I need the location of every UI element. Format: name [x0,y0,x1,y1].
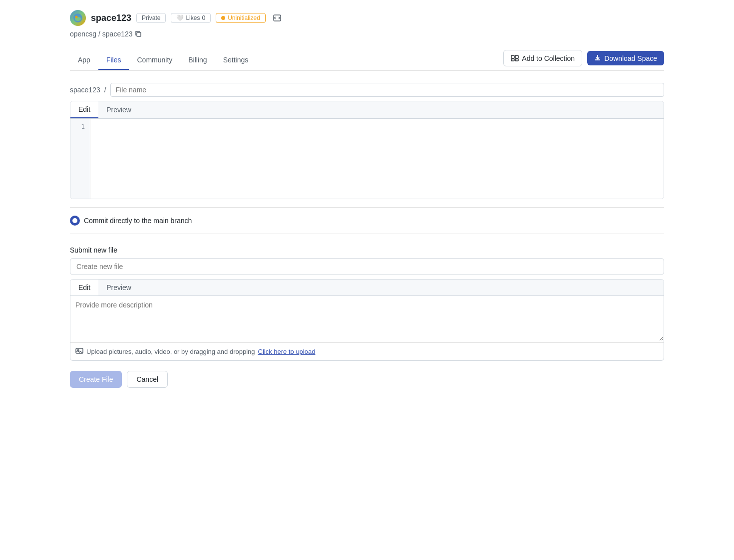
copy-icon[interactable] [135,30,142,37]
svg-point-2 [75,16,78,18]
line-number-1: 1 [75,123,85,130]
tab-settings[interactable]: Settings [215,51,257,70]
submit-tab-preview[interactable]: Preview [98,280,139,295]
space-avatar [70,10,86,26]
file-name-input[interactable] [110,83,664,97]
status-badge: Uninitialized [216,13,266,23]
heart-icon: 🤍 [176,14,184,21]
private-badge: Private [136,13,166,23]
submit-section: Submit new file Edit Preview Upload pict… [70,246,664,361]
file-path-separator: / [104,86,106,94]
upload-bar: Upload pictures, audio, video, or by dra… [70,342,664,360]
space-name: space123 [91,13,131,23]
editor-container: Edit Preview 1 [70,101,664,199]
submit-tab-edit[interactable]: Edit [70,280,98,295]
svg-rect-7 [511,59,514,61]
breadcrumb: opencsg / space123 [70,30,664,38]
likes-count: 0 [202,14,205,21]
status-dot [221,16,225,20]
svg-rect-6 [515,55,518,58]
svg-rect-5 [511,55,514,58]
tab-billing[interactable]: Billing [180,51,215,70]
submit-name-input[interactable] [70,258,664,275]
download-icon [594,54,601,62]
embed-icon-button[interactable] [271,11,284,24]
description-textarea[interactable] [70,296,664,341]
svg-rect-4 [137,32,141,36]
likes-badge: 🤍 Likes 0 [171,13,211,23]
editor-body: 1 [70,119,664,199]
editor-tab-edit[interactable]: Edit [70,101,98,118]
upload-text: Upload pictures, audio, video, or by dra… [86,348,255,355]
submit-section-label: Submit new file [70,246,664,254]
status-label: Uninitialized [228,14,260,21]
commit-icon [70,216,80,226]
add-to-collection-label: Add to Collection [522,54,575,62]
file-path-prefix: space123 [70,86,100,94]
submit-editor-container: Edit Preview Upload pictures, audio, vid… [70,279,664,361]
collection-icon [511,53,519,63]
nav-tabs: App Files Community Billing Settings [70,51,256,70]
tab-community[interactable]: Community [129,51,180,70]
action-buttons: Create File Cancel [70,371,664,388]
nav-bar: App Files Community Billing Settings Add… [70,50,664,71]
download-space-label: Download Space [604,54,657,62]
breadcrumb-repo[interactable]: space123 [102,30,133,38]
likes-label: Likes [186,14,200,21]
create-file-button[interactable]: Create File [70,371,122,388]
download-space-button[interactable]: Download Space [587,51,664,65]
add-to-collection-button[interactable]: Add to Collection [503,50,582,66]
file-path-row: space123 / [70,83,664,97]
tab-files[interactable]: Files [98,51,129,70]
editor-textarea[interactable] [90,119,664,199]
editor-tab-preview[interactable]: Preview [98,101,139,118]
svg-point-9 [72,218,77,223]
nav-actions: Add to Collection Download Space [503,50,664,70]
svg-rect-8 [515,59,518,61]
breadcrumb-org[interactable]: opencsg [70,30,96,38]
submit-editor-tabs: Edit Preview [70,280,664,296]
commit-section: Commit directly to the main branch [70,207,664,234]
editor-tabs: Edit Preview [70,101,664,119]
upload-icon [75,347,83,356]
tab-app[interactable]: App [70,51,98,70]
line-numbers: 1 [70,119,90,199]
commit-message: Commit directly to the main branch [84,217,192,225]
cancel-button[interactable]: Cancel [127,371,168,388]
upload-link[interactable]: Click here to upload [258,348,316,355]
breadcrumb-separator: / [98,30,100,38]
